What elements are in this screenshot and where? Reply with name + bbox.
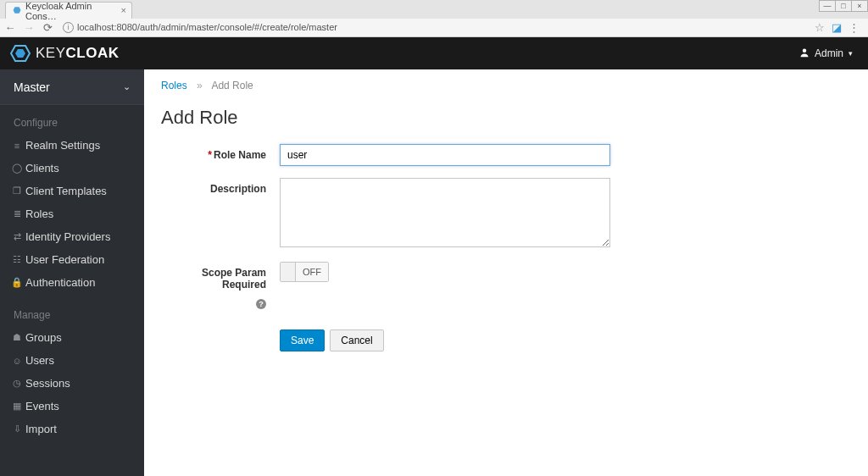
sidebar-item-label: Realm Settings [25, 139, 100, 152]
role-name-input[interactable] [280, 144, 610, 166]
users-icon: ☗ [12, 333, 22, 343]
realm-selector[interactable]: Master ⌄ [0, 69, 144, 105]
sidebar-item-label: Users [25, 354, 54, 367]
sidebar-item-events[interactable]: ▦Events [0, 395, 144, 418]
required-asterisk: * [208, 149, 212, 161]
app-header: KEYCLOAK Admin ▾ [0, 37, 868, 69]
extension-icon[interactable]: ◪ [832, 21, 842, 34]
sliders-icon: ≡ [12, 141, 22, 151]
sidebar-item-label: Groups [25, 331, 62, 344]
sidebar-section-manage: Manage [0, 304, 144, 326]
scope-param-toggle[interactable]: OFF [280, 262, 329, 282]
page-title: Add Role [161, 107, 851, 129]
sidebar-item-groups[interactable]: ☗Groups [0, 326, 144, 349]
sidebar-item-clients[interactable]: ◯Clients [0, 157, 144, 180]
sidebar-item-label: Sessions [25, 377, 70, 390]
sidebar-item-label: Client Templates [25, 185, 107, 197]
sidebar-item-client-templates[interactable]: ❐Client Templates [0, 180, 144, 202]
user-label: Admin [815, 47, 843, 59]
user-icon [799, 47, 810, 60]
circle-icon: ◯ [12, 163, 22, 174]
sidebar-item-label: Identity Providers [25, 230, 110, 243]
window-minimize[interactable]: — [819, 0, 836, 12]
database-icon: ☷ [12, 255, 22, 265]
label-text: Role Name [214, 149, 266, 161]
brand-text: KEYCLOAK [36, 45, 119, 62]
label-role-name: *Role Name [161, 144, 280, 161]
exchange-icon: ⇄ [12, 232, 22, 242]
brand-logo[interactable]: KEYCLOAK [10, 43, 119, 64]
tab-title: Keycloak Admin Cons… [25, 1, 109, 21]
toggle-knob [281, 263, 296, 281]
sidebar-item-sessions[interactable]: ◷Sessions [0, 372, 144, 395]
sidebar-item-label: Clients [25, 162, 59, 174]
nav-back-icon[interactable]: ← [3, 20, 17, 34]
browser-tab[interactable]: Keycloak Admin Cons… × [5, 2, 132, 19]
address-row: ← → ⟳ i localhost:8080/auth/admin/master… [0, 19, 868, 37]
sidebar-item-realm-settings[interactable]: ≡Realm Settings [0, 134, 144, 157]
address-bar[interactable]: i localhost:8080/auth/admin/master/conso… [59, 19, 810, 35]
main-content: Roles » Add Role Add Role *Role Name Des… [144, 69, 868, 476]
sidebar-section-configure: Configure [0, 112, 144, 134]
save-button[interactable]: Save [280, 329, 325, 351]
sidebar-item-label: User Federation [25, 253, 104, 266]
import-icon: ⇩ [12, 424, 22, 434]
brand-thin: KEY [36, 45, 66, 61]
window-maximize[interactable]: □ [835, 0, 852, 12]
sidebar-item-import[interactable]: ⇩Import [0, 418, 144, 440]
sidebar-item-label: Import [25, 423, 57, 435]
breadcrumb-current: Add Role [211, 80, 253, 91]
label-scope-param: Scope Param Required ? [161, 262, 280, 309]
sidebar: Master ⌄ Configure ≡Realm Settings ◯Clie… [0, 69, 144, 476]
svg-marker-0 [14, 7, 21, 14]
tab-strip: Keycloak Admin Cons… × — □ × [0, 0, 868, 19]
sidebar-item-label: Roles [25, 208, 53, 220]
clock-icon: ◷ [12, 379, 22, 389]
user-menu[interactable]: Admin ▾ [799, 47, 853, 60]
nav-forward-icon[interactable]: → [22, 20, 36, 34]
browser-chrome: Keycloak Admin Cons… × — □ × ← → ⟳ i loc… [0, 0, 868, 37]
close-icon[interactable]: × [121, 5, 126, 15]
svg-point-3 [803, 48, 807, 53]
svg-marker-2 [15, 49, 25, 58]
url-text: localhost:8080/auth/admin/master/console… [77, 22, 337, 32]
brand-bold: CLOAK [66, 45, 120, 61]
sidebar-item-users[interactable]: ☺Users [0, 349, 144, 372]
browser-menu-icon[interactable]: ⋮ [849, 21, 860, 34]
lock-icon: 🔒 [12, 278, 22, 288]
cancel-button[interactable]: Cancel [330, 329, 383, 351]
keycloak-favicon [13, 6, 21, 16]
site-info-icon[interactable]: i [63, 22, 74, 33]
list-icon: ≣ [12, 209, 22, 219]
window-controls: — □ × [820, 0, 868, 12]
breadcrumb-roles-link[interactable]: Roles [161, 80, 187, 91]
sidebar-item-label: Events [25, 400, 59, 412]
sidebar-item-roles[interactable]: ≣Roles [0, 202, 144, 225]
keycloak-logo-icon [10, 43, 31, 64]
breadcrumb: Roles » Add Role [161, 80, 851, 91]
sidebar-item-authentication[interactable]: 🔒Authentication [0, 271, 144, 294]
chevron-down-icon: ▾ [849, 49, 853, 58]
chevron-down-icon: ⌄ [123, 81, 131, 92]
star-icon[interactable]: ☆ [815, 21, 825, 34]
calendar-icon: ▦ [12, 401, 22, 412]
clone-icon: ❐ [12, 186, 22, 196]
realm-name: Master [14, 80, 50, 94]
user-icon: ☺ [12, 356, 22, 366]
label-description: Description [161, 178, 280, 195]
sidebar-item-label: Authentication [25, 276, 95, 289]
label-text: Scope Param Required [202, 267, 266, 291]
nav-reload-icon[interactable]: ⟳ [41, 20, 54, 34]
toggle-state: OFF [296, 263, 328, 281]
sidebar-item-identity-providers[interactable]: ⇄Identity Providers [0, 225, 144, 248]
window-close[interactable]: × [851, 0, 868, 12]
sidebar-item-user-federation[interactable]: ☷User Federation [0, 248, 144, 271]
breadcrumb-separator: » [197, 80, 203, 91]
description-textarea[interactable] [280, 178, 610, 247]
help-icon[interactable]: ? [256, 299, 266, 309]
